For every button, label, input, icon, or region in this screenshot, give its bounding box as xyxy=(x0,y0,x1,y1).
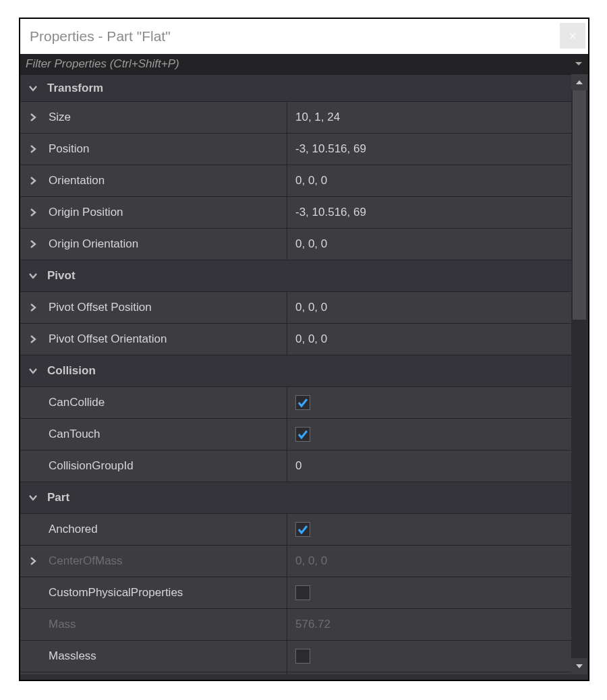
property-row-cancollide[interactable]: CanCollide xyxy=(20,387,571,419)
property-row-centerofmass: CenterOfMass 0, 0, 0 xyxy=(20,546,571,577)
property-label: Size xyxy=(49,111,71,124)
property-label: CenterOfMass xyxy=(49,554,123,568)
title-bar: Properties - Part "Flat" × xyxy=(20,19,588,54)
checkbox-cantouch[interactable] xyxy=(295,427,310,442)
property-label: CanTouch xyxy=(49,428,100,441)
properties-panel: Properties - Part "Flat" × Transform Siz… xyxy=(19,18,589,681)
property-label: Pivot Offset Orientation xyxy=(49,332,167,346)
chevron-down-icon xyxy=(26,363,40,378)
scroll-down-button[interactable] xyxy=(571,658,587,674)
properties-list: Transform Size 10, 1, 24 Position -3, 10… xyxy=(20,74,571,674)
section-title: Transform xyxy=(47,82,103,95)
property-label: Orientation xyxy=(49,174,105,187)
checkmark-icon xyxy=(297,523,309,535)
checkbox-anchored[interactable] xyxy=(295,522,310,537)
property-value: 0, 0, 0 xyxy=(287,546,571,577)
section-title: Part xyxy=(47,491,69,504)
scroll-up-button[interactable] xyxy=(571,74,587,90)
property-row-mass: Mass 576.72 xyxy=(20,609,571,641)
property-row-origin-position[interactable]: Origin Position -3, 10.516, 69 xyxy=(20,197,571,229)
chevron-right-icon[interactable] xyxy=(26,142,40,156)
property-value[interactable]: -3, 10.516, 69 xyxy=(287,134,571,165)
scroll-track[interactable] xyxy=(571,90,587,658)
property-value[interactable]: 0, 0, 0 xyxy=(287,292,571,323)
property-row-anchored[interactable]: Anchored xyxy=(20,514,571,546)
property-value[interactable]: 0, 0, 0 xyxy=(287,229,571,260)
property-value[interactable]: 0, 0, 0 xyxy=(287,165,571,196)
section-header-collision[interactable]: Collision xyxy=(20,355,571,387)
close-button[interactable]: × xyxy=(560,23,585,49)
property-row-orientation[interactable]: Orientation 0, 0, 0 xyxy=(20,165,571,197)
section-header-transform[interactable]: Transform xyxy=(20,75,571,102)
property-value[interactable]: 0 xyxy=(287,672,571,674)
property-label: Anchored xyxy=(49,523,98,536)
chevron-right-icon[interactable] xyxy=(26,554,40,568)
chevron-right-icon[interactable] xyxy=(26,173,40,188)
chevron-down-icon xyxy=(26,81,40,96)
section-title: Collision xyxy=(47,364,96,378)
chevron-right-icon[interactable] xyxy=(26,110,40,125)
property-row-position[interactable]: Position -3, 10.516, 69 xyxy=(20,134,571,165)
filter-bar xyxy=(20,54,588,74)
scroll-thumb[interactable] xyxy=(573,90,586,320)
property-label: CollisionGroupId xyxy=(49,459,134,473)
property-value[interactable]: 0 xyxy=(287,450,571,482)
chevron-down-icon xyxy=(575,61,583,67)
property-label: Origin Orientation xyxy=(49,237,138,251)
property-label: Massless xyxy=(49,649,96,663)
property-row-massless[interactable]: Massless xyxy=(20,641,571,672)
property-value[interactable]: 10, 1, 24 xyxy=(287,102,571,133)
property-row-cantouch[interactable]: CanTouch xyxy=(20,419,571,450)
panel-title: Properties - Part "Flat" xyxy=(20,28,171,45)
chevron-right-icon[interactable] xyxy=(26,332,40,347)
chevron-down-icon xyxy=(26,268,40,283)
property-label: CustomPhysicalProperties xyxy=(49,586,183,600)
property-label: CanCollide xyxy=(49,396,105,409)
property-label: Position xyxy=(49,142,89,156)
property-row-customphysicalproperties[interactable]: CustomPhysicalProperties xyxy=(20,577,571,609)
filter-dropdown-button[interactable] xyxy=(569,54,588,74)
section-title: Pivot xyxy=(47,269,76,283)
property-label: Mass xyxy=(49,618,76,631)
checkbox-massless[interactable] xyxy=(295,649,310,664)
chevron-down-icon xyxy=(575,664,583,669)
property-label: Pivot Offset Position xyxy=(49,301,152,314)
section-header-part[interactable]: Part xyxy=(20,482,571,514)
property-row-size[interactable]: Size 10, 1, 24 xyxy=(20,102,571,134)
property-row-origin-orientation[interactable]: Origin Orientation 0, 0, 0 xyxy=(20,229,571,260)
chevron-right-icon[interactable] xyxy=(26,205,40,220)
scrollbar[interactable] xyxy=(571,74,587,674)
checkmark-icon xyxy=(297,397,309,409)
chevron-right-icon[interactable] xyxy=(26,237,40,252)
chevron-up-icon xyxy=(575,80,583,85)
property-row-pivot-offset-orientation[interactable]: Pivot Offset Orientation 0, 0, 0 xyxy=(20,324,571,355)
property-value[interactable]: -3, 10.516, 69 xyxy=(287,197,571,228)
filter-input[interactable] xyxy=(20,54,569,74)
checkmark-icon xyxy=(297,428,309,440)
property-value: 576.72 xyxy=(287,609,571,640)
property-value[interactable]: 0, 0, 0 xyxy=(287,324,571,355)
property-row-collisiongroupid[interactable]: CollisionGroupId 0 xyxy=(20,450,571,482)
checkbox-cancollide[interactable] xyxy=(295,395,310,410)
section-header-pivot[interactable]: Pivot xyxy=(20,260,571,292)
chevron-right-icon[interactable] xyxy=(26,300,40,315)
checkbox-customphysicalproperties[interactable] xyxy=(295,585,310,600)
property-label: Origin Position xyxy=(49,206,123,219)
property-row-rootpriority[interactable]: RootPriority 0 xyxy=(20,672,571,674)
property-row-pivot-offset-position[interactable]: Pivot Offset Position 0, 0, 0 xyxy=(20,292,571,324)
close-icon: × xyxy=(569,28,577,44)
chevron-down-icon xyxy=(26,490,40,505)
